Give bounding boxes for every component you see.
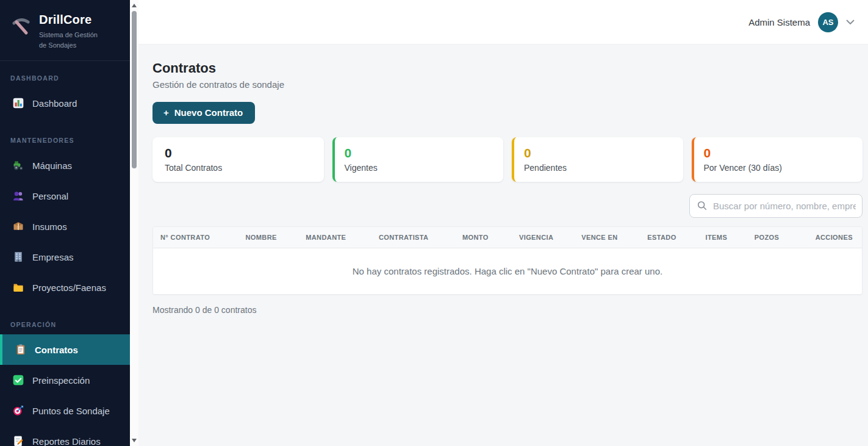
sidebar-item-reportes[interactable]: Reportes Diarios <box>0 426 130 446</box>
content: Contratos Gestión de contratos de sondaj… <box>138 45 868 315</box>
col-contratista: CONTRATISTA <box>371 227 455 248</box>
bar-chart-icon <box>12 97 24 109</box>
new-contract-button[interactable]: + Nuevo Contrato <box>152 102 255 124</box>
sidebar-item-label: Empresas <box>32 252 74 262</box>
stats-row: 0 Total Contratos 0 Vigentes 0 Pendiente… <box>152 137 863 182</box>
app-name: DrillCore <box>39 13 106 27</box>
stat-value: 0 <box>704 145 853 161</box>
sidebar-item-dashboard[interactable]: Dashboard <box>0 88 130 118</box>
col-estado: ESTADO <box>640 227 698 248</box>
contracts-table: N° CONTRATO NOMBRE MANDANTE CONTRATISTA … <box>152 226 863 295</box>
table-header: N° CONTRATO NOMBRE MANDANTE CONTRATISTA … <box>153 227 862 248</box>
building-icon <box>12 251 24 263</box>
app-title-block: DrillCore Sistema de Gestión de Sondajes <box>39 13 106 50</box>
page-subtitle: Gestión de contratos de sondaje <box>152 79 863 90</box>
new-contract-button-label: Nuevo Contrato <box>174 107 243 118</box>
col-acciones: ACCIONES <box>808 227 862 248</box>
sidebar-item-preinspeccion[interactable]: Preinspección <box>0 365 130 395</box>
user-menu[interactable]: Admin Sistema AS <box>748 12 855 32</box>
sidebar-item-contratos[interactable]: Contratos <box>0 334 130 365</box>
stat-label: Pendientes <box>524 163 673 173</box>
results-count: Mostrando 0 de 0 contratos <box>152 305 863 315</box>
empty-row: No hay contratos registrados. Haga clic … <box>153 248 862 295</box>
plus-icon: + <box>163 107 169 118</box>
page-title: Contratos <box>152 60 863 76</box>
sidebar-section-mantenedores: MANTENEDORES <box>10 137 120 144</box>
stat-label: Vigentes <box>345 163 494 173</box>
search-row <box>152 194 863 218</box>
scroll-down-icon[interactable] <box>132 439 137 442</box>
sidebar-item-proyectos[interactable]: Proyectos/Faenas <box>0 272 130 303</box>
stat-card-total: 0 Total Contratos <box>152 137 324 182</box>
col-monto: MONTO <box>455 227 512 248</box>
col-mandante: MANDANTE <box>298 227 371 248</box>
check-icon <box>12 374 24 386</box>
topbar: Admin Sistema AS <box>138 0 868 45</box>
memo-icon <box>12 435 24 446</box>
user-name: Admin Sistema <box>748 17 810 27</box>
clipboard-icon <box>15 343 27 356</box>
sidebar-item-label: Contratos <box>35 345 78 355</box>
col-vigencia: VIGENCIA <box>512 227 574 248</box>
sidebar-section-operacion: OPERACIÓN <box>10 321 120 328</box>
tractor-icon <box>12 159 24 171</box>
folder-icon <box>12 281 24 293</box>
sidebar-item-label: Puntos de Sondaje <box>32 406 110 416</box>
scroll-up-icon[interactable] <box>132 4 137 7</box>
stat-card-pendientes: 0 Pendientes <box>512 137 683 182</box>
col-n-contrato: N° CONTRATO <box>153 227 238 248</box>
sidebar-section-dashboard: DASHBOARD <box>10 74 120 82</box>
stat-label: Total Contratos <box>165 163 314 173</box>
stat-label: Por Vencer (30 días) <box>704 163 853 173</box>
sidebar-item-empresas[interactable]: Empresas <box>0 242 130 272</box>
col-vence-en: VENCE EN <box>574 227 640 248</box>
sidebar-item-insumos[interactable]: Insumos <box>0 211 130 242</box>
col-items: ITEMS <box>698 227 747 248</box>
search-input[interactable] <box>689 194 863 218</box>
empty-state-message: No hay contratos registrados. Haga clic … <box>153 248 862 295</box>
scrollbar-thumb[interactable] <box>132 11 137 168</box>
target-icon <box>12 405 24 417</box>
avatar: AS <box>818 12 838 32</box>
pickaxe-icon <box>10 15 32 37</box>
search-icon <box>697 200 708 214</box>
col-pozos: POZOS <box>747 227 808 248</box>
stat-value: 0 <box>165 145 314 161</box>
col-nombre: NOMBRE <box>238 227 298 248</box>
main-area: Admin Sistema AS Contratos Gestión de co… <box>138 0 868 446</box>
sidebar-item-label: Personal <box>32 191 68 201</box>
package-icon <box>12 220 24 232</box>
sidebar-item-label: Proyectos/Faenas <box>32 282 106 293</box>
sidebar-scrollbar[interactable] <box>130 0 138 446</box>
sidebar-item-personal[interactable]: Personal <box>0 181 130 211</box>
sidebar-item-label: Preinspección <box>32 375 90 386</box>
sidebar-item-label: Dashboard <box>32 98 77 109</box>
sidebar-item-label: Insumos <box>32 221 67 232</box>
stat-card-por-vencer: 0 Por Vencer (30 días) <box>692 137 863 182</box>
chevron-down-icon <box>846 20 855 25</box>
app-subtitle: Sistema de Gestión de Sondajes <box>39 30 106 50</box>
stat-value: 0 <box>345 145 494 161</box>
search-box <box>689 194 863 218</box>
sidebar-item-puntos[interactable]: Puntos de Sondaje <box>0 395 130 426</box>
stat-card-vigentes: 0 Vigentes <box>332 137 504 182</box>
sidebar-item-label: Máquinas <box>32 160 72 171</box>
sidebar-item-maquinas[interactable]: Máquinas <box>0 150 130 181</box>
stat-value: 0 <box>524 145 673 161</box>
app-logo: DrillCore Sistema de Gestión de Sondajes <box>0 0 130 61</box>
sidebar-item-label: Reportes Diarios <box>32 436 101 446</box>
sidebar: DrillCore Sistema de Gestión de Sondajes… <box>0 0 130 446</box>
people-icon <box>12 190 24 202</box>
